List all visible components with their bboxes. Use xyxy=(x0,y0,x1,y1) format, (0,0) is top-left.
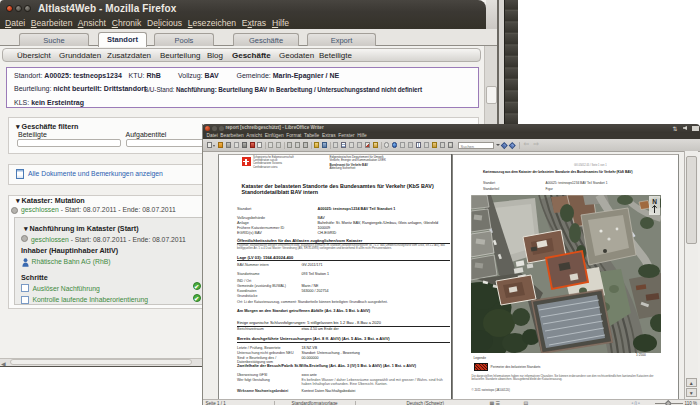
svg-text:N: N xyxy=(652,198,657,205)
